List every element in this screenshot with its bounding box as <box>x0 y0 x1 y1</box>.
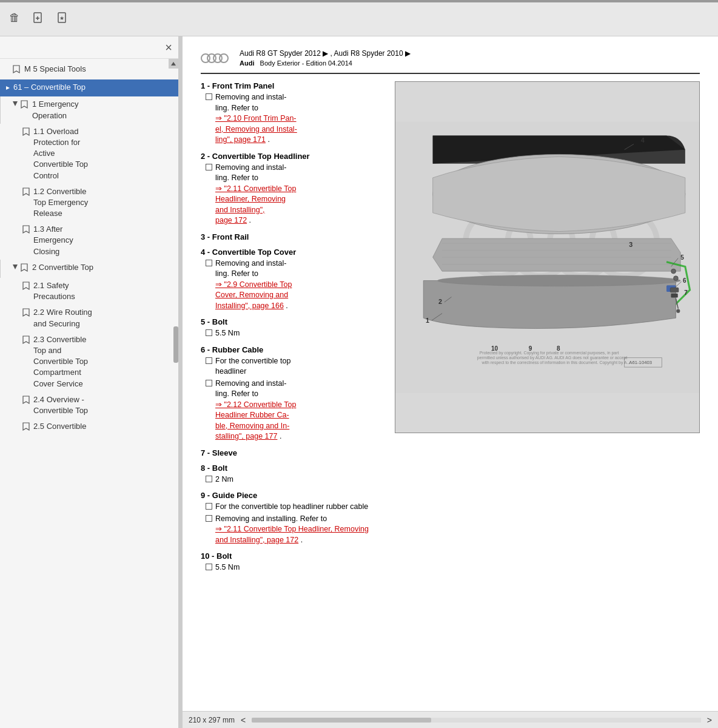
scroll-thumb <box>252 718 431 723</box>
link-rubber-cable[interactable]: ⇒ "2.12 Convertible TopHeadliner Rubber … <box>215 400 296 441</box>
audi-brand-label: Audi Body Exterior - Edition 04.2014 <box>240 59 411 68</box>
sidebar-item-ch2-1[interactable]: 2.1 SafetyPrecautions <box>0 278 178 305</box>
part-1-diagram <box>433 155 685 234</box>
bookmark-star-icon[interactable]: ★ <box>55 10 72 27</box>
bookmark-icon-ch2 <box>20 263 29 275</box>
content-area: Audi R8 GT Spyder 2012 ▶ , Audi R8 Spyde… <box>183 36 718 728</box>
checkbox-2-1[interactable] <box>206 164 212 170</box>
diagram-svg: 4 3 <box>395 82 699 433</box>
checkbox-5-1[interactable] <box>206 329 212 336</box>
label-3: 3 <box>629 241 632 248</box>
sidebar-item-ch2-2[interactable]: 2.2 Wire Routingand Securing <box>0 305 178 331</box>
part-1-item-1: Removing and instal-ling. Refer to ⇒ "2.… <box>201 92 383 146</box>
trash-icon[interactable]: 🗑 <box>6 10 23 27</box>
svg-marker-6 <box>13 101 18 106</box>
bookmark-icon-ch1-2 <box>22 187 30 200</box>
part-3-title: 3 - Front Rail <box>201 232 383 241</box>
sidebar-item-ch61[interactable]: 61 – Convertible Top <box>0 79 178 96</box>
bookmark-icon-ch2-3 <box>22 335 30 348</box>
part-7: 7 - Sleeve <box>201 448 383 457</box>
collapse-icon-ch1 <box>13 100 18 109</box>
sidebar-header: × <box>0 36 178 59</box>
part-2-diagram <box>423 275 680 328</box>
svg-rect-27 <box>670 288 679 292</box>
doc-header-text: Audi R8 GT Spyder 2012 ▶ , Audi R8 Spyde… <box>240 49 411 68</box>
ch1-2-label: 1.2 ConvertibleTop EmergencyRelease <box>33 186 88 220</box>
checkbox-10-1[interactable] <box>206 564 212 570</box>
svg-rect-28 <box>671 294 678 297</box>
part-6: 6 - Rubber Cable For the convertible top… <box>201 345 383 442</box>
sidebar-item-special-tools[interactable]: M 5 Special Tools <box>0 61 178 79</box>
checkbox-1-1[interactable] <box>206 93 212 100</box>
scroll-left-btn[interactable]: < <box>241 715 246 725</box>
scroll-up-arrow[interactable] <box>169 59 178 69</box>
part-2-title: 2 - Convertible Top Headliner <box>201 152 383 161</box>
part-7-title: 7 - Sleeve <box>201 448 383 457</box>
part-3-diagram <box>433 238 681 271</box>
checkbox-9-1[interactable] <box>206 503 212 510</box>
audi-logo <box>201 53 233 63</box>
part-4-item-1: Removing and instal-ling. Refer to ⇒ "2.… <box>201 258 383 312</box>
part-5-item-1: 5.5 Nm <box>201 328 383 339</box>
svg-point-30 <box>676 309 680 313</box>
part-8-title: 8 - Bolt <box>201 463 383 473</box>
breadcrumb-line1: Audi R8 GT Spyder 2012 ▶ , Audi R8 Spyde… <box>240 49 411 59</box>
status-bar: 210 x 297 mm < > <box>183 711 718 728</box>
part-10-title: 10 - Bolt <box>201 551 383 561</box>
sidebar-nav-container: M 5 Special Tools 61 – Convertible Top <box>0 59 178 728</box>
part-6-item-2: Removing and instal-ling. Refer to ⇒ "2.… <box>201 379 383 442</box>
copyright-text-2: permitted unless authorised by AUDI AG. … <box>477 356 627 360</box>
checkbox-9-2[interactable] <box>206 515 212 522</box>
link-headliner[interactable]: ⇒ "2.11 Convertible TopHeadliner, Removi… <box>215 184 296 225</box>
sidebar-item-ch1-2[interactable]: 1.2 ConvertibleTop EmergencyRelease <box>0 184 178 222</box>
label-1: 1 <box>426 317 429 324</box>
bookmark-icon-ch2-1 <box>22 281 30 294</box>
sidebar-item-ch2-5[interactable]: 2.5 Convertible <box>0 419 178 437</box>
ch2-label: 2 Convertible Top <box>32 262 93 273</box>
copyright-text-3: with respect to the correctness of infor… <box>481 360 631 365</box>
bookmark-add-icon[interactable] <box>30 10 47 27</box>
bookmark-icon-ch2-2 <box>22 308 30 320</box>
part-2-item-1: Removing and instal-ling. Refer to ⇒ "2.… <box>201 163 383 226</box>
sidebar-item-ch1[interactable]: 1 EmergencyOperation <box>0 96 178 123</box>
sidebar-item-ch1-3[interactable]: 1.3 AfterEmergencyClosing <box>0 221 178 260</box>
sidebar-item-ch2[interactable]: 2 Convertible Top <box>0 260 178 278</box>
part-5: 5 - Bolt 5.5 Nm <box>201 317 383 339</box>
bookmark-icon-ch1 <box>20 99 29 112</box>
checkbox-8-1[interactable] <box>206 476 212 482</box>
content-body: 1 - Front Trim Panel Removing and instal… <box>201 81 700 579</box>
part-10: 10 - Bolt 5.5 Nm <box>201 551 383 573</box>
close-button[interactable]: × <box>165 41 172 53</box>
svg-text:★: ★ <box>59 15 64 21</box>
checkbox-6-1[interactable] <box>206 357 212 364</box>
content-scroll[interactable]: Audi R8 GT Spyder 2012 ▶ , Audi R8 Spyde… <box>183 36 718 711</box>
label-7: 7 <box>684 289 688 296</box>
parts-list: 1 - Front Trim Panel Removing and instal… <box>201 81 383 579</box>
top-toolbar: 🗑 ★ <box>0 0 718 36</box>
horizontal-scrollbar[interactable] <box>252 718 701 723</box>
label-5: 5 <box>680 254 684 261</box>
ch2-1-label: 2.1 SafetyPrecautions <box>33 280 75 302</box>
part-10-item-1: 5.5 Nm <box>201 562 383 573</box>
checkbox-4-1[interactable] <box>206 260 212 266</box>
ch2-5-label: 2.5 Convertible <box>33 421 86 432</box>
link-guide-piece[interactable]: ⇒ "2.11 Convertible Top Headliner, Remov… <box>215 525 369 544</box>
copyright-text: Protected by copyright. Copying for priv… <box>480 351 619 356</box>
sidebar-item-ch2-3[interactable]: 2.3 ConvertibleTop andConvertible TopCom… <box>0 332 178 392</box>
bookmark-icon-ch2-4 <box>22 395 30 408</box>
sidebar-nav: M 5 Special Tools 61 – Convertible Top <box>0 59 178 439</box>
ch61-label: 61 – Convertible Top <box>13 82 86 93</box>
svg-point-25 <box>671 269 676 274</box>
link-front-trim[interactable]: ⇒ "2.10 Front Trim Pan-el, Removing and … <box>215 114 297 144</box>
scroll-right-btn[interactable]: > <box>707 715 712 725</box>
link-top-cover[interactable]: ⇒ "2.9 Convertible TopCover, Removing an… <box>215 280 292 310</box>
label-4: 4 <box>641 136 645 144</box>
svg-point-20 <box>437 275 680 286</box>
nav-scrollbar[interactable] <box>173 326 178 363</box>
bookmark-icon-ch2-5 <box>22 422 30 434</box>
sidebar-item-ch2-4[interactable]: 2.4 Overview -Convertible Top <box>0 392 178 419</box>
breadcrumb-sub: Body Exterior - Edition 04.2014 <box>260 59 352 67</box>
checkbox-6-2[interactable] <box>206 380 212 386</box>
sidebar-item-ch1-1[interactable]: 1.1 OverloadProtection forActiveConverti… <box>0 124 178 184</box>
svg-marker-5 <box>6 86 10 90</box>
